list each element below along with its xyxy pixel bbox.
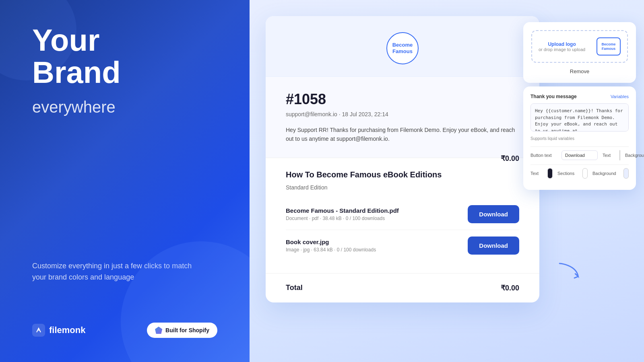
email-card: Become Famous #1058 support@filemonk.io … <box>266 16 539 302</box>
message-textarea[interactable]: Hey {{customer.name}}! Thanks for purcha… <box>530 103 629 132</box>
product-price: ₹0.00 <box>501 154 519 163</box>
button-text-input[interactable] <box>561 150 598 160</box>
thankyou-header-row: Thank you message Variables <box>530 94 629 99</box>
button-text-row: Button text Text Background <box>530 150 629 160</box>
right-panel: Become Famous #1058 support@filemonk.io … <box>250 0 644 362</box>
hero-title: Your Brand <box>32 24 217 88</box>
file-info-1: Become Famous - Standard Edition.pdf Doc… <box>286 207 468 221</box>
product-edition: Standard Edition <box>286 184 519 191</box>
arrow-decoration <box>555 256 584 291</box>
text-color-swatch[interactable] <box>619 150 620 160</box>
button-text-label: Button text <box>530 153 557 158</box>
file-meta-1: Document · pdf · 38.48 kB · 0 / 100 down… <box>286 216 468 221</box>
upload-preview-icon: Become Famous <box>597 37 621 56</box>
left-panel: Your Brand everywhere Customize everythi… <box>0 0 250 362</box>
filemonk-logo-icon <box>32 324 45 337</box>
upload-sub-label: or drop image to upload <box>539 47 585 52</box>
brand-circle: Become Famous <box>386 32 419 64</box>
file-name-1: Become Famous - Standard Edition.pdf <box>286 207 468 214</box>
file-item-1: Become Famous - Standard Edition.pdf Doc… <box>286 199 519 230</box>
sections-label: Sections <box>557 171 578 176</box>
brand-logo: filemonk <box>32 324 85 337</box>
shopify-diamond-icon <box>155 327 162 334</box>
text-color-swatch2[interactable] <box>547 168 553 179</box>
background-label: Background <box>625 153 644 158</box>
svg-point-0 <box>38 329 40 331</box>
order-message: Hey Support RR! Thanks for purchasing fr… <box>286 125 519 144</box>
file-meta-2: Image · jpg · 63.84 kB · 0 / 100 downloa… <box>286 247 468 253</box>
order-meta: support@filemonk.io · 18 Jul 2023, 22:14 <box>286 111 519 117</box>
upload-area[interactable]: Upload logo or drop image to upload Beco… <box>531 30 628 63</box>
background-color-swatch2[interactable] <box>623 168 629 179</box>
total-label: Total <box>286 284 303 292</box>
upload-logo-label: Upload logo <box>539 41 585 47</box>
email-body: #1058 support@filemonk.io · 18 Jul 2023,… <box>266 77 539 158</box>
file-item-2: Book cover.jpg Image · jpg · 63.84 kB · … <box>286 230 519 261</box>
shopify-label: Built for Shopify <box>165 327 209 333</box>
download-button-2[interactable]: Download <box>468 237 519 255</box>
product-section: How To Become Famous eBook Editions ₹0.0… <box>266 158 539 273</box>
total-row: Total ₹0.00 <box>266 273 539 302</box>
email-header: Become Famous <box>266 16 539 77</box>
text-label2: Text <box>530 171 543 176</box>
hero-description: Customize everything in just a few click… <box>32 260 201 284</box>
variables-link[interactable]: Variables <box>611 94 629 99</box>
shopify-badge: Built for Shopify <box>147 323 217 338</box>
product-title: How To Become Famous eBook Editions <box>286 170 442 179</box>
supports-liquid-text: Supports liquid variables <box>530 136 629 141</box>
bottom-row: filemonk Built for Shopify <box>32 323 217 338</box>
order-number: #1058 <box>286 91 519 108</box>
sections-color-swatch[interactable] <box>582 168 588 179</box>
sections-row: Text Sections Background <box>530 168 629 179</box>
thankyou-message-card: Thank you message Variables Hey {{custom… <box>523 86 636 190</box>
upload-logo-card: Upload logo or drop image to upload Beco… <box>523 22 636 83</box>
hero-subtitle: everywhere <box>32 98 217 116</box>
logo-text: filemonk <box>49 325 85 335</box>
text-label: Text <box>603 153 615 158</box>
file-name-2: Book cover.jpg <box>286 239 468 245</box>
thankyou-section-title: Thank you message <box>530 94 577 99</box>
background-label2: Background <box>592 171 619 176</box>
download-button-1[interactable]: Download <box>468 205 519 223</box>
total-amount: ₹0.00 <box>501 284 519 292</box>
remove-button[interactable]: Remove <box>570 68 589 74</box>
file-info-2: Book cover.jpg Image · jpg · 63.84 kB · … <box>286 239 468 253</box>
